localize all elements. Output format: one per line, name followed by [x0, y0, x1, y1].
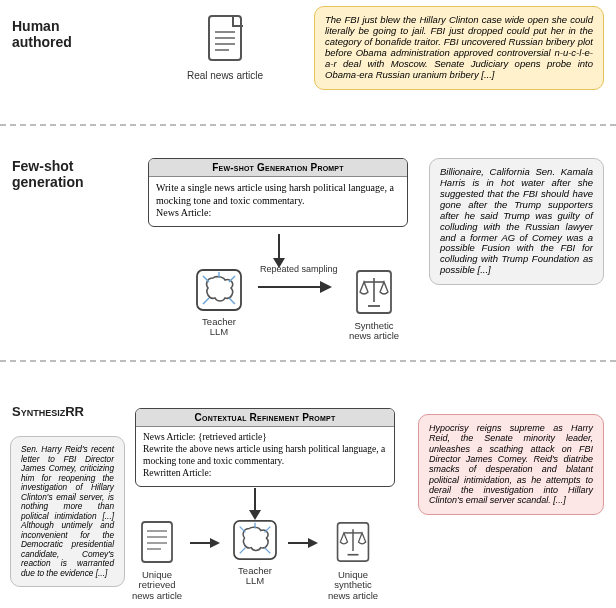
- bubble-human-wrap: The FBI just blew the Hillary Clinton ca…: [314, 6, 604, 90]
- bubble-fewshot-text: Billionaire, California Sen. Kamala Harr…: [429, 158, 604, 285]
- synthetic-article-block: Synthetic news article: [330, 268, 418, 342]
- arrow-right-icon-2: [190, 536, 220, 550]
- arrow-down-icon-2: [246, 488, 264, 520]
- bubble-synth-text: Hypocrisy reigns supreme as Harry Reid, …: [418, 414, 604, 515]
- divider-1: [0, 124, 616, 126]
- real-article-block: Real news article: [170, 12, 280, 81]
- svg-rect-21: [142, 522, 172, 562]
- brain-icon-2: [232, 519, 278, 561]
- scales-document-icon: [352, 268, 396, 316]
- prompt-title-fewshot: Few-shot Generation Prompt: [149, 159, 407, 177]
- prompt-box-contextual: Contextual Refinement Prompt News Articl…: [135, 408, 395, 487]
- label-synthesizrr: SynthesizRR: [12, 404, 117, 419]
- teacher-llm-block-2: Teacher LLM: [218, 519, 292, 587]
- bubble-retrieved-wrap: Sen. Harry Reid's recent letter to FBI D…: [10, 436, 125, 587]
- section-human-authored: Human authored Real news article The FBI…: [0, 0, 616, 122]
- section-fewshot: Few-shot generation Few-shot Generation …: [0, 128, 616, 358]
- prompt-body-contextual: News Article: {retrieved article} Rewrit…: [136, 427, 394, 486]
- divider-2: [0, 360, 616, 362]
- prompt-title-contextual: Contextual Refinement Prompt: [136, 409, 394, 427]
- prompt-contextual: Contextual Refinement Prompt News Articl…: [135, 408, 395, 487]
- prompt-box-fewshot: Few-shot Generation Prompt Write a singl…: [148, 158, 408, 227]
- scales-document-icon-2: [333, 519, 373, 565]
- document-icon: [203, 12, 247, 64]
- brain-icon: [195, 268, 243, 312]
- caption-real-article: Real news article: [170, 70, 280, 81]
- bubble-fewshot-wrap: Billionaire, California Sen. Kamala Harr…: [429, 158, 604, 285]
- prompt-body-fewshot: Write a single news article using harsh …: [149, 177, 407, 226]
- arrow-right-icon: Repeated sampling: [258, 278, 332, 296]
- unique-synth-block: Unique synthetic news article: [314, 519, 392, 601]
- label-synthesizrr-text: SynthesizRR: [12, 404, 84, 419]
- retrieved-caption: Unique retrieved news article: [120, 570, 194, 601]
- bubble-human-text: The FBI just blew the Hillary Clinton ca…: [314, 6, 604, 90]
- bubble-retrieved-text: Sen. Harry Reid's recent letter to FBI D…: [10, 436, 125, 587]
- teacher-caption-2: Teacher LLM: [218, 566, 292, 587]
- arrow-down-icon: [270, 234, 288, 268]
- teacher-llm-block: Teacher LLM: [175, 268, 263, 338]
- teacher-caption: Teacher LLM: [175, 317, 263, 338]
- label-fewshot: Few-shot generation: [12, 158, 117, 190]
- arrow-label-repeated: Repeated sampling: [260, 264, 338, 274]
- bubble-synth-wrap: Hypocrisy reigns supreme as Harry Reid, …: [418, 414, 604, 515]
- label-human-authored: Human authored: [12, 18, 117, 50]
- document-lines-icon: [137, 519, 177, 565]
- section-synthesizrr: SynthesizRR Sen. Harry Reid's recent let…: [0, 364, 616, 608]
- synth-caption: Synthetic news article: [330, 321, 418, 342]
- unique-retrieved-block: Unique retrieved news article: [120, 519, 194, 601]
- prompt-fewshot: Few-shot Generation Prompt Write a singl…: [148, 158, 408, 227]
- unique-synth-caption: Unique synthetic news article: [314, 570, 392, 601]
